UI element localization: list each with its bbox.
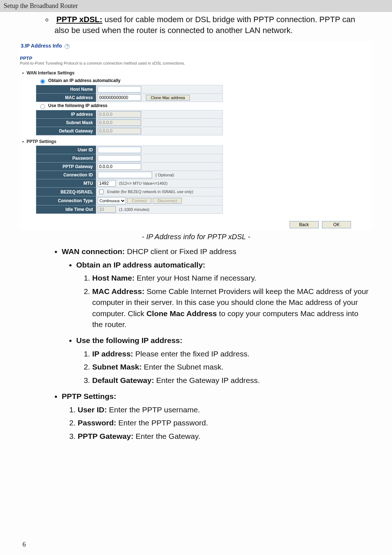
connect-button[interactable]: Connect xyxy=(127,198,151,204)
pptp-item-2: Password: Enter the PPTP password. xyxy=(78,417,370,428)
idle-timeout-hint: (1-1000 minutes) xyxy=(119,207,149,212)
label-mac: MAC address xyxy=(36,94,96,102)
idle-timeout-input[interactable] xyxy=(98,206,116,213)
wan-interface-group: WAN Interface Settings Obtain an IP addr… xyxy=(29,70,372,135)
static-item-3-label: Default Gateway: xyxy=(92,376,154,384)
auto-item-2-bold: Clone Mac Address xyxy=(146,309,217,318)
pptp-settings-title: PPTP Settings xyxy=(29,139,372,144)
label-subnet: Subnet Mask xyxy=(36,119,96,127)
obtain-auto-title: Obtain an IP address automatically: xyxy=(76,261,205,269)
connection-id-input[interactable] xyxy=(98,172,152,178)
static-item-1-label: IP address: xyxy=(92,350,133,358)
mac-input[interactable] xyxy=(98,94,141,101)
wan-settings-table: Obtain an IP address automatically Host … xyxy=(36,77,223,135)
connection-type-select[interactable]: Continuous xyxy=(98,197,126,204)
pptp-item-2-text: Enter the PPTP password. xyxy=(116,419,208,427)
label-ip: IP address xyxy=(36,110,96,119)
mtu-input[interactable] xyxy=(98,180,116,187)
help-icon[interactable]: ? xyxy=(65,44,70,49)
documentation-list: WAN connection: DHCP client or Fixed IP … xyxy=(47,246,370,442)
bezeq-checkbox[interactable] xyxy=(99,189,104,194)
host-name-input[interactable] xyxy=(98,86,141,93)
section-title-text: 3.IP Address Info xyxy=(21,43,62,49)
pptp-description: Point-to-Point Tunneling Protocol is a c… xyxy=(20,61,372,65)
label-connection-id: Connection ID xyxy=(36,171,96,179)
mtu-hint: (512<= MTU Value<=1492) xyxy=(119,181,167,185)
page: Setup the Broadband Router o PPTP xDSL: … xyxy=(0,0,392,555)
label-password: Password xyxy=(36,154,96,163)
auto-item-2-label: MAC Address: xyxy=(92,287,144,295)
static-item-3-text: Enter the Gateway IP address. xyxy=(154,376,260,384)
label-user-id: User ID xyxy=(36,146,96,154)
figure-caption: - IP Address info for PPTP xDSL - xyxy=(0,233,392,241)
pptp-item-3-label: PPTP Gateway: xyxy=(78,432,134,440)
wan-connection-label: WAN connection: xyxy=(62,247,125,256)
list-marker-circle: o xyxy=(45,16,50,23)
radio-use-static[interactable] xyxy=(40,104,45,109)
page-number: 6 xyxy=(23,541,26,548)
static-item-3: Default Gateway: Enter the Gateway IP ad… xyxy=(92,375,370,386)
radio-obtain-auto-label: Obtain an IP address automatically xyxy=(48,78,121,83)
gateway-input[interactable] xyxy=(98,128,141,134)
label-mtu: MTU xyxy=(36,179,96,188)
auto-item-1-text: Enter your Host Name if necessary. xyxy=(135,274,257,282)
label-connection-type: Connection Type xyxy=(36,196,96,205)
header-bar: Setup the Broadband Router xyxy=(0,0,392,12)
label-bezeq: BEZEQ-ISRAEL xyxy=(36,188,96,196)
pptp-xdsl-link[interactable]: PPTP xDSL: xyxy=(56,15,102,24)
pptp-gateway-input[interactable] xyxy=(98,163,141,170)
pptp-item-1: User ID: Enter the PPTP username. xyxy=(78,404,370,415)
subnet-input[interactable] xyxy=(98,119,141,126)
wan-interface-title: WAN Interface Settings xyxy=(29,70,372,76)
static-item-1-text: Please enter the fixed IP address. xyxy=(133,350,250,358)
obtain-auto-item: Obtain an IP address automatically: Host… xyxy=(76,260,370,330)
bezeq-hint: Enable (for BEZEQ network in ISRAEL use … xyxy=(107,189,193,194)
wan-connection-text: DHCP client or Fixed IP address xyxy=(125,247,236,256)
static-item-2: Subnet Mask: Enter the Subnet mask. xyxy=(92,362,370,372)
pptp-item-1-label: User ID: xyxy=(78,405,107,414)
pptp-settings-group: PPTP Settings User ID Password PPTP Gate… xyxy=(29,139,372,214)
section-title: 3.IP Address Info ? xyxy=(20,41,372,50)
label-idle-timeout: Idle Time Out xyxy=(36,205,96,214)
pptp-settings-doc-title: PPTP Settings: xyxy=(62,392,116,400)
bottom-button-row: Back OK xyxy=(20,217,372,230)
disconnect-button[interactable]: Disconnect xyxy=(153,198,182,204)
ok-button[interactable]: OK xyxy=(322,221,351,228)
radio-obtain-auto[interactable] xyxy=(40,79,45,84)
pptp-item-2-label: Password: xyxy=(78,419,116,427)
use-static-item: Use the following IP address: IP address… xyxy=(76,335,370,386)
intro-paragraph: o PPTP xDSL: used for cable modem or DSL… xyxy=(0,12,392,39)
auto-item-1: Host Name: Enter your Host Name if neces… xyxy=(92,273,370,283)
pptp-heading: PPTP xyxy=(20,56,372,61)
ip-input[interactable] xyxy=(98,111,141,118)
clone-mac-button[interactable]: Clone Mac address xyxy=(146,95,190,101)
pptp-item-3-text: Enter the Gateway. xyxy=(134,432,200,440)
static-item-2-label: Subnet Mask: xyxy=(92,363,142,371)
radio-use-static-label: Use the following IP address xyxy=(48,103,107,109)
static-item-2-text: Enter the Subnet mask. xyxy=(142,363,224,371)
wan-connection-item: WAN connection: DHCP client or Fixed IP … xyxy=(62,246,370,386)
router-settings-panel: 3.IP Address Info ? PPTP Point-to-Point … xyxy=(20,41,372,230)
label-host-name: Host Name xyxy=(36,85,96,94)
auto-item-1-label: Host Name: xyxy=(92,274,135,282)
password-input[interactable] xyxy=(98,155,141,162)
label-pptp-gateway: PPTP Gateway xyxy=(36,163,96,171)
label-gateway: Default Gateway xyxy=(36,127,96,135)
connection-id-hint: ( Optional) xyxy=(155,173,174,177)
pptp-item-3: PPTP Gateway: Enter the Gateway. xyxy=(78,431,370,442)
pptp-settings-item: PPTP Settings: User ID: Enter the PPTP u… xyxy=(62,391,370,442)
pptp-item-1-text: Enter the PPTP username. xyxy=(107,405,200,414)
auto-item-2: MAC Address: Some Cable Internet Provide… xyxy=(92,286,370,330)
use-static-title: Use the following IP address: xyxy=(76,336,183,344)
user-id-input[interactable] xyxy=(98,147,141,153)
back-button[interactable]: Back xyxy=(290,221,319,228)
pptp-settings-table: User ID Password PPTP Gateway xyxy=(36,146,223,214)
static-item-1: IP address: Please enter the fixed IP ad… xyxy=(92,348,370,359)
